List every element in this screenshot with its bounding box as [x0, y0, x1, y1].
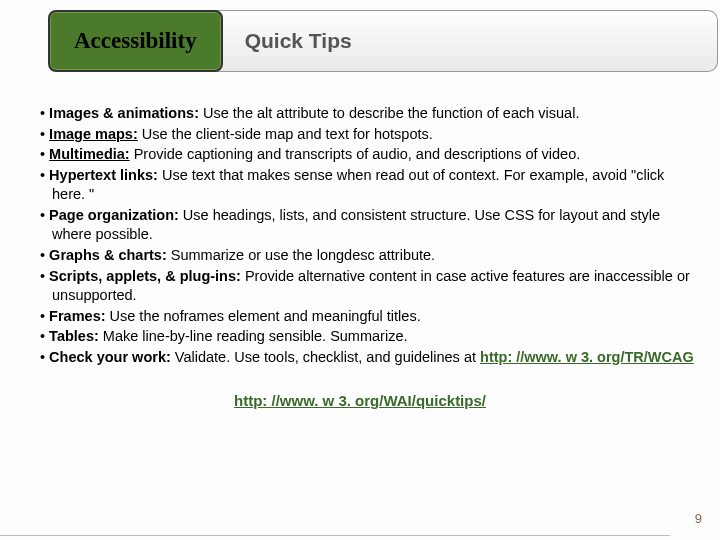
- tip-text: Summarize or use the longdesc attribute.: [167, 247, 435, 263]
- tip-label: Graphs & charts:: [49, 247, 167, 263]
- tip-item: Image maps: Use the client-side map and …: [24, 125, 696, 145]
- footer-rule: [0, 535, 670, 536]
- category-tab: Accessibility: [48, 10, 223, 72]
- tip-item: Check your work: Validate. Use tools, ch…: [24, 348, 696, 368]
- tip-item: Multimedia: Provide captioning and trans…: [24, 145, 696, 165]
- slide-body: Images & animations: Use the alt attribu…: [0, 72, 720, 422]
- tips-list: Images & animations: Use the alt attribu…: [24, 104, 696, 367]
- tip-label: Page organization:: [49, 207, 179, 223]
- tip-label: Tables:: [49, 328, 99, 344]
- tip-label: Image maps:: [49, 126, 138, 142]
- footer-link[interactable]: http: //www. w 3. org/WAI/quicktips/: [234, 392, 486, 409]
- tip-label: Frames:: [49, 308, 105, 324]
- tip-text: Use the noframes element and meaningful …: [106, 308, 421, 324]
- tip-label: Check your work:: [49, 349, 171, 365]
- tip-text: Validate. Use tools, checklist, and guid…: [171, 349, 480, 365]
- tip-item: Graphs & charts: Summarize or use the lo…: [24, 246, 696, 266]
- tip-label: Scripts, applets, & plug-ins:: [49, 268, 241, 284]
- tip-label: Hypertext links:: [49, 167, 158, 183]
- tip-link[interactable]: http: //www. w 3. org/TR/WCAG: [480, 349, 694, 365]
- tip-text: Provide captioning and transcripts of au…: [130, 146, 581, 162]
- tip-item: Hypertext links: Use text that makes sen…: [24, 166, 696, 205]
- slide-header: Accessibility Quick Tips: [0, 10, 720, 72]
- tip-item: Frames: Use the noframes element and mea…: [24, 307, 696, 327]
- tip-text: Make line-by-line reading sensible. Summ…: [99, 328, 408, 344]
- tip-item: Page organization: Use headings, lists, …: [24, 206, 696, 245]
- tip-text: Use the alt attribute to describe the fu…: [199, 105, 579, 121]
- slide-title: Quick Tips: [211, 10, 718, 72]
- page-number: 9: [695, 511, 702, 526]
- tip-item: Scripts, applets, & plug-ins: Provide al…: [24, 267, 696, 306]
- footer-link-wrap: http: //www. w 3. org/WAI/quicktips/: [24, 391, 696, 411]
- tip-label: Images & animations:: [49, 105, 199, 121]
- tip-label: Multimedia:: [49, 146, 130, 162]
- tip-item: Tables: Make line-by-line reading sensib…: [24, 327, 696, 347]
- tip-text: Use the client-side map and text for hot…: [138, 126, 433, 142]
- tip-item: Images & animations: Use the alt attribu…: [24, 104, 696, 124]
